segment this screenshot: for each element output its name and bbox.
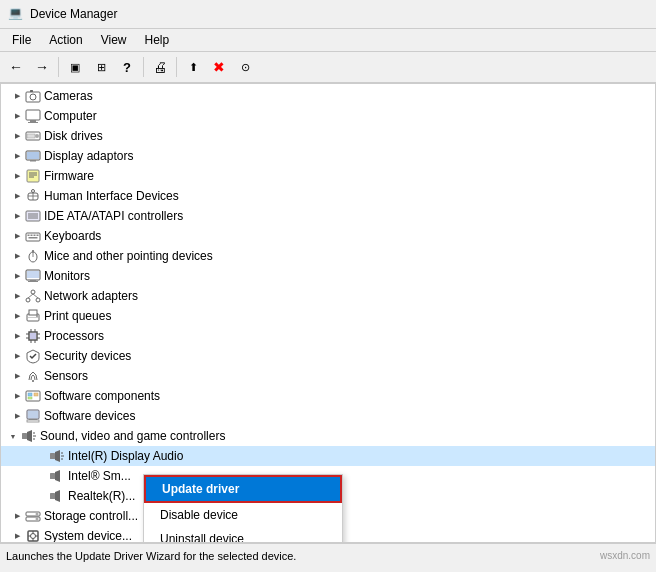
remove-button[interactable]: ✖: [207, 55, 231, 79]
tree-item-ide-ata[interactable]: IDE ATA/ATAPI controllers: [1, 206, 655, 226]
svg-rect-29: [29, 237, 38, 239]
context-menu-update-driver[interactable]: Update driver: [144, 475, 342, 503]
tree-label-firmware: Firmware: [44, 169, 94, 183]
show-hidden-button[interactable]: ▣: [63, 55, 87, 79]
tree-item-display-adaptors[interactable]: Display adaptors: [1, 146, 655, 166]
tree-item-firmware[interactable]: Firmware: [1, 166, 655, 186]
menu-file[interactable]: File: [4, 31, 39, 49]
tree-item-mice[interactable]: Mice and other pointing devices: [1, 246, 655, 266]
svg-rect-27: [34, 235, 36, 237]
svg-point-39: [36, 298, 40, 302]
tree-item-network-adapters[interactable]: Network adapters: [1, 286, 655, 306]
back-button[interactable]: ←: [4, 55, 28, 79]
menu-help[interactable]: Help: [137, 31, 178, 49]
svg-line-41: [33, 294, 38, 298]
expander-monitors[interactable]: [9, 268, 25, 284]
expander-cameras[interactable]: [9, 88, 25, 104]
title-bar-text: Device Manager: [30, 7, 117, 21]
svg-rect-43: [29, 310, 37, 315]
tree-label-sound-video: Sound, video and game controllers: [40, 429, 225, 443]
svg-point-8: [35, 134, 39, 138]
expander-system-devices[interactable]: [9, 528, 25, 542]
tree-label-mice: Mice and other pointing devices: [44, 249, 213, 263]
expander-software-devices[interactable]: [9, 408, 25, 424]
icon-sound-video: [21, 428, 37, 444]
context-menu-uninstall-device[interactable]: Uninstall device: [144, 527, 342, 543]
expander-human-interface[interactable]: [9, 188, 25, 204]
svg-rect-62: [28, 411, 38, 418]
expander-firmware[interactable]: [9, 168, 25, 184]
menu-view[interactable]: View: [93, 31, 135, 49]
tree-label-intel-display-audio: Intel(R) Display Audio: [68, 449, 183, 463]
svg-rect-12: [27, 170, 39, 182]
expander-security-devices[interactable]: [9, 348, 25, 364]
main-content: Cameras Computer Disk drives Display ada…: [0, 83, 656, 543]
tree-item-keyboards[interactable]: Keyboards: [1, 226, 655, 246]
icon-print-queues: [25, 308, 41, 324]
tree-label-human-interface: Human Interface Devices: [44, 189, 179, 203]
forward-button[interactable]: →: [30, 55, 54, 79]
update-driver-button[interactable]: ⬆: [181, 55, 205, 79]
icon-computer: [25, 108, 41, 124]
expander-display-adaptors[interactable]: [9, 148, 25, 164]
expander-mice[interactable]: [9, 248, 25, 264]
tree-label-security-devices: Security devices: [44, 349, 131, 363]
icon-human-interface: [25, 188, 41, 204]
expander-print-queues[interactable]: [9, 308, 25, 324]
tree-item-computer[interactable]: Computer: [1, 106, 655, 126]
icon-intel-smart-sound: [49, 468, 65, 484]
icon-monitors: [25, 268, 41, 284]
svg-point-32: [32, 250, 34, 252]
menu-action[interactable]: Action: [41, 31, 90, 49]
expander-disk-drives[interactable]: [9, 128, 25, 144]
tree-item-software-components[interactable]: Software components: [1, 386, 655, 406]
expander-storage-controllers[interactable]: [9, 508, 25, 524]
status-brand: wsxdn.com: [600, 550, 650, 561]
tree-item-disk-drives[interactable]: Disk drives: [1, 126, 655, 146]
scan-changes-button[interactable]: ⊙: [233, 55, 257, 79]
tree-item-sound-video[interactable]: Sound, video and game controllers: [1, 426, 655, 446]
separator-1: [58, 57, 59, 77]
tree-item-intel-display-audio[interactable]: Intel(R) Display Audio: [1, 446, 655, 466]
tree-label-ide-ata: IDE ATA/ATAPI controllers: [44, 209, 183, 223]
expander-sound-video[interactable]: [5, 428, 21, 444]
properties-button[interactable]: ⊞: [89, 55, 113, 79]
expander-ide-ata[interactable]: [9, 208, 25, 224]
svg-rect-65: [22, 433, 27, 439]
icon-processors: [25, 328, 41, 344]
toolbar: ← → ▣ ⊞ ? 🖨 ⬆ ✖ ⊙: [0, 52, 656, 83]
tree-item-sensors[interactable]: Sensors: [1, 366, 655, 386]
svg-rect-60: [28, 397, 32, 399]
icon-security-devices: [25, 348, 41, 364]
svg-rect-75: [50, 473, 55, 479]
tree-item-monitors[interactable]: Monitors: [1, 266, 655, 286]
svg-rect-11: [30, 160, 36, 162]
context-menu-disable-device[interactable]: Disable device: [144, 503, 342, 527]
tree-item-software-devices[interactable]: Software devices: [1, 406, 655, 426]
print-button[interactable]: 🖨: [148, 55, 172, 79]
icon-firmware: [25, 168, 41, 184]
help-button[interactable]: ?: [115, 55, 139, 79]
svg-point-38: [26, 298, 30, 302]
tree-item-human-interface[interactable]: Human Interface Devices: [1, 186, 655, 206]
expander-computer[interactable]: [9, 108, 25, 124]
tree-item-cameras[interactable]: Cameras: [1, 86, 655, 106]
expander-software-components[interactable]: [9, 388, 25, 404]
svg-rect-36: [28, 281, 38, 282]
expander-keyboards[interactable]: [9, 228, 25, 244]
expander-sensors[interactable]: [9, 368, 25, 384]
tree-label-keyboards: Keyboards: [44, 229, 101, 243]
tree-item-print-queues[interactable]: Print queues: [1, 306, 655, 326]
tree-label-realtek: Realtek(R)...: [68, 489, 135, 503]
svg-point-82: [36, 518, 39, 521]
svg-point-81: [36, 513, 39, 516]
tree-item-security-devices[interactable]: Security devices: [1, 346, 655, 366]
separator-3: [176, 57, 177, 77]
tree-item-processors[interactable]: Processors: [1, 326, 655, 346]
icon-storage-controllers: [25, 508, 41, 524]
icon-realtek: [49, 488, 65, 504]
svg-rect-7: [27, 134, 35, 138]
svg-point-37: [31, 290, 35, 294]
expander-processors[interactable]: [9, 328, 25, 344]
expander-network-adapters[interactable]: [9, 288, 25, 304]
